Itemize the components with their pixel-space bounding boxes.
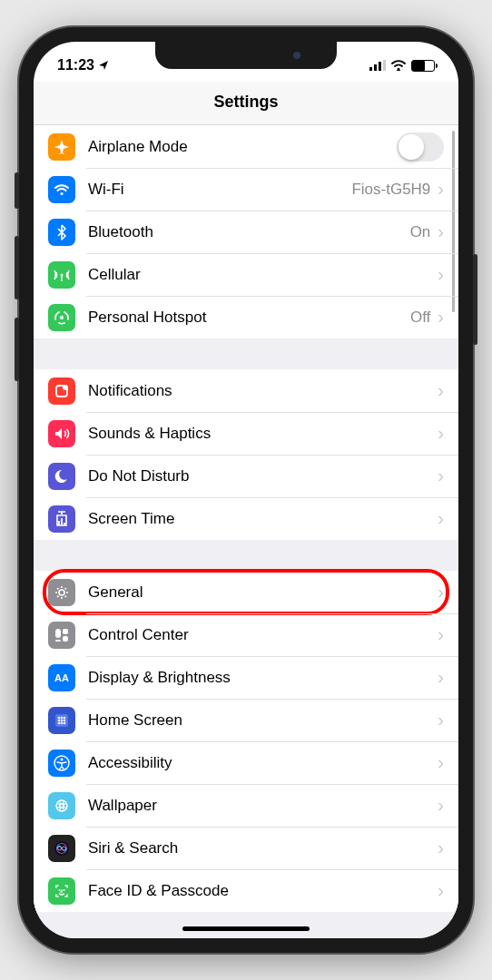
svg-point-29 [56,800,67,811]
svg-rect-14 [63,636,68,642]
chevron-right-icon: › [438,221,444,242]
chevron-right-icon: › [438,667,444,688]
battery-icon [411,60,435,72]
row-label: Notifications [88,382,438,400]
svg-rect-7 [61,275,62,281]
home-indicator[interactable] [182,926,310,931]
row-label: Face ID & Passcode [88,882,438,900]
svg-point-22 [61,719,64,721]
svg-point-28 [61,758,64,760]
row-label: Siri & Search [88,839,438,858]
airplane-toggle[interactable] [397,132,444,162]
svg-rect-15 [55,640,61,642]
row-label: Home Screen [88,711,438,730]
svg-point-20 [64,716,66,719]
svg-point-4 [398,68,400,71]
row-dnd[interactable]: Do Not Disturb› [34,455,458,497]
status-time: 11:23 [57,57,94,74]
row-value: On [410,223,431,241]
row-label: Bluetooth [88,223,410,241]
wifi-icon [391,60,406,71]
svg-point-8 [60,316,64,319]
chevron-right-icon: › [438,179,444,200]
notch [155,42,337,69]
row-sounds[interactable]: Sounds & Haptics› [34,412,458,455]
chevron-right-icon: › [438,795,444,816]
svg-rect-13 [63,629,68,634]
chevron-right-icon: › [438,264,444,285]
row-general[interactable]: General› [34,571,458,613]
volume-up-button [15,236,19,299]
row-label: Display & Brightness [88,669,438,687]
accessibility-icon [48,750,75,777]
cellular-signal-icon [369,60,386,71]
row-value: Off [410,309,430,327]
chevron-right-icon: › [438,624,444,645]
row-label: Personal Hotspot [88,309,410,327]
svg-point-25 [61,721,64,724]
row-label: Do Not Disturb [88,467,438,485]
row-bluetooth[interactable]: BluetoothOn› [34,211,458,253]
row-label: General [88,583,438,602]
row-homescreen[interactable]: Home Screen› [34,699,458,741]
row-label: Cellular [88,266,438,284]
chevron-right-icon: › [438,466,444,486]
cellular-icon [48,261,75,289]
chevron-right-icon: › [438,880,444,901]
row-airplane[interactable]: Airplane Mode [34,125,458,168]
row-display[interactable]: AADisplay & Brightness› [34,656,458,699]
screentime-icon [48,505,75,533]
chevron-right-icon: › [438,423,444,444]
phone-frame: 11:23 Settings Airplane ModeWi-FiFios-tG… [19,27,473,953]
row-label: Accessibility [88,754,438,772]
settings-list[interactable]: Airplane ModeWi-FiFios-tG5H9›BluetoothOn… [34,125,458,938]
chevron-right-icon: › [438,752,444,773]
row-controlcenter[interactable]: Control Center› [34,613,458,656]
chevron-right-icon: › [438,508,444,529]
bluetooth-icon [48,219,75,246]
row-label: Control Center [88,626,438,644]
chevron-right-icon: › [438,307,444,328]
svg-point-35 [59,889,61,891]
power-button [473,254,477,345]
svg-rect-0 [369,67,372,71]
row-screentime[interactable]: Screen Time› [34,497,458,540]
general-icon [48,579,75,606]
row-accessibility[interactable]: Accessibility› [34,741,458,784]
wifi-icon [48,176,75,203]
row-label: Wi-Fi [88,181,351,199]
volume-down-button [15,318,19,381]
screen: 11:23 Settings Airplane ModeWi-FiFios-tG… [34,42,458,938]
row-cellular[interactable]: Cellular› [34,253,458,296]
svg-point-36 [64,889,65,891]
svg-point-26 [64,721,66,724]
display-icon: AA [48,664,75,691]
homescreen-icon [48,707,75,734]
chevron-right-icon: › [438,582,444,603]
controlcenter-icon [48,622,75,649]
siri-icon [48,835,75,862]
svg-point-21 [58,719,61,721]
chevron-right-icon: › [438,838,444,858]
location-icon [98,60,109,71]
svg-rect-3 [383,60,386,71]
dnd-icon [48,463,75,490]
row-notifications[interactable]: Notifications› [34,369,458,412]
chevron-right-icon: › [438,710,444,730]
svg-point-10 [63,385,68,390]
svg-point-19 [61,716,64,719]
wallpaper-icon [48,792,75,819]
svg-point-18 [58,716,61,719]
row-label: Wallpaper [88,797,438,815]
row-siri[interactable]: Siri & Search› [34,827,458,869]
row-label: Sounds & Haptics [88,425,438,443]
svg-point-30 [60,804,64,808]
row-wallpaper[interactable]: Wallpaper› [34,784,458,827]
sounds-icon [48,420,75,447]
airplane-icon [48,133,75,161]
row-hotspot[interactable]: Personal HotspotOff› [34,296,458,338]
row-faceid[interactable]: Face ID & Passcode› [34,869,458,912]
chevron-right-icon: › [438,380,444,401]
row-wifi[interactable]: Wi-FiFios-tG5H9› [34,168,458,211]
row-value: Fios-tG5H9 [351,181,430,199]
